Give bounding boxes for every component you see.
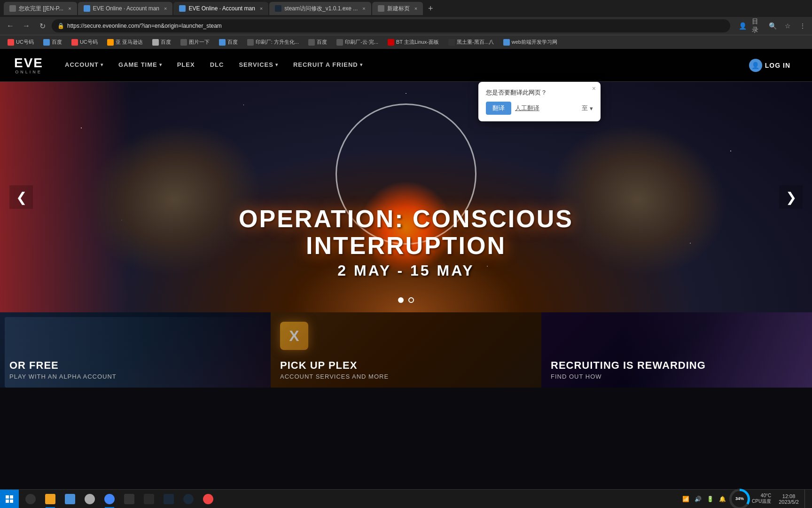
bookmark-icon[interactable]: ☆ bbox=[782, 20, 793, 32]
svg-rect-3 bbox=[10, 500, 13, 503]
tab-2-close[interactable]: × bbox=[164, 6, 167, 11]
bookmark-1[interactable]: UC号码 bbox=[4, 38, 38, 47]
tab-4[interactable]: steam访问修改_v1.0.1.exe ... × bbox=[269, 2, 371, 15]
bookmark-10[interactable]: 印刷厂-云·完... bbox=[333, 38, 382, 47]
login-label: LOG IN bbox=[765, 62, 790, 69]
translate-lang-button[interactable]: 至 ▾ bbox=[582, 104, 593, 112]
eve-navbar: EVE ONLINE ACCOUNT ▾ GAME TIME ▾ PLEX DL… bbox=[0, 49, 812, 82]
bookmark-9[interactable]: 百度 bbox=[304, 38, 331, 47]
slider-nav bbox=[398, 297, 414, 303]
tray-network-icon[interactable]: 📶 bbox=[680, 494, 691, 504]
tab-3-close[interactable]: × bbox=[260, 6, 263, 11]
taskbar-settings-icon[interactable] bbox=[80, 490, 100, 508]
tab-4-close[interactable]: × bbox=[362, 6, 365, 11]
taskbar-game2-icon[interactable] bbox=[139, 490, 159, 508]
tray-battery-icon[interactable]: 🔋 bbox=[705, 494, 715, 504]
bookmark-8[interactable]: 印刷厂: 方升生化... bbox=[243, 38, 303, 47]
tab-3[interactable]: EVE Online · Account man × bbox=[173, 2, 268, 15]
bm-icon-8 bbox=[247, 39, 254, 46]
taskbar-mail-icon[interactable] bbox=[60, 490, 80, 508]
taskbar-search-icon[interactable] bbox=[21, 490, 40, 508]
nav-item-recruit[interactable]: RECRUIT A FRIEND ▾ bbox=[286, 49, 370, 82]
start-button[interactable] bbox=[0, 490, 19, 508]
show-desktop-button[interactable] bbox=[804, 490, 808, 508]
tab-2[interactable]: EVE Online · Account man × bbox=[78, 2, 173, 15]
tab-5-close[interactable]: × bbox=[414, 6, 417, 11]
tab-3-title: EVE Online · Account man bbox=[188, 5, 255, 12]
translate-lang-arrow: ▾ bbox=[590, 105, 593, 112]
temp-value: 40°C bbox=[761, 493, 771, 498]
svg-rect-1 bbox=[10, 495, 13, 499]
taskbar-antivirus-icon[interactable] bbox=[198, 490, 218, 508]
manual-translate-link[interactable]: 人工翻译 bbox=[515, 104, 539, 112]
new-tab-button[interactable]: + bbox=[424, 2, 437, 15]
slider-dot-1[interactable] bbox=[398, 297, 404, 303]
refresh-button[interactable]: ↻ bbox=[36, 19, 49, 32]
nav-arrow-account: ▾ bbox=[101, 62, 103, 67]
nav-label-account: ACCOUNT bbox=[65, 61, 99, 68]
bookmark-11[interactable]: BT 主流Linux-面板 bbox=[384, 38, 443, 47]
card-plex[interactable]: X PICK UP PLEX ACCOUNT SERVICES AND MORE bbox=[271, 312, 541, 388]
tab-1-close[interactable]: × bbox=[68, 6, 71, 11]
slider-next-button[interactable]: ❯ bbox=[779, 185, 803, 209]
browser-right-icons: 👤 目录 🔍 ☆ ⋮ bbox=[737, 20, 808, 32]
bookmark-7[interactable]: 百度 bbox=[215, 38, 242, 47]
nav-item-dlc[interactable]: DLC bbox=[203, 49, 232, 82]
login-button[interactable]: 👤 LOG IN bbox=[742, 55, 798, 76]
profile-label[interactable]: 目录 bbox=[752, 20, 763, 32]
browser-controls: ← → ↻ 🔒 https://secure.eveonline.com/?ia… bbox=[0, 17, 812, 35]
bookmark-13[interactable]: web前端开发学习网 bbox=[500, 38, 561, 47]
eve-logo-text: EVE bbox=[14, 56, 43, 70]
nav-item-account[interactable]: ACCOUNT ▾ bbox=[57, 49, 111, 82]
tray-volume-icon[interactable]: 🔊 bbox=[693, 494, 703, 504]
card2-content: PICK UP PLEX ACCOUNT SERVICES AND MORE bbox=[280, 359, 532, 380]
cpu-indicator: 34% bbox=[729, 490, 750, 508]
taskbar-game1-icon[interactable] bbox=[119, 490, 139, 508]
search-button[interactable]: 🔍 bbox=[767, 20, 778, 32]
nav-right: 👤 LOG IN bbox=[742, 55, 798, 76]
bookmark-2[interactable]: 百度 bbox=[39, 38, 66, 47]
tray-notification-icon[interactable]: 🔔 bbox=[717, 494, 727, 504]
nav-label-services: SERVICES bbox=[239, 61, 273, 68]
bookmark-12[interactable]: 黑土重-黑百...八 bbox=[445, 38, 498, 47]
cpu-inner: 34% bbox=[732, 491, 748, 507]
tab-1[interactable]: 您欢完里 [[EN-P... × bbox=[4, 2, 77, 15]
card2-subtitle: ACCOUNT SERVICES AND MORE bbox=[280, 373, 532, 380]
eve-website: × 您是否要翻译此网页？ 翻译 人工翻译 至 ▾ EVE ONLINE ACCO… bbox=[0, 49, 812, 489]
bookmark-3[interactable]: UC号码 bbox=[68, 38, 102, 47]
profile-icon[interactable]: 👤 bbox=[737, 20, 748, 32]
translate-popup-btns: 翻译 人工翻译 至 ▾ bbox=[486, 102, 593, 115]
tab-5[interactable]: 新建标页 × bbox=[372, 2, 423, 15]
cpu-percent: 34% bbox=[735, 496, 744, 501]
taskbar-clock[interactable]: 12:08 2023/5/2 bbox=[775, 493, 803, 505]
slider-prev-button[interactable]: ❮ bbox=[9, 185, 33, 209]
taskbar-game3-icon[interactable] bbox=[159, 490, 179, 508]
nav-label-plex: PLEX bbox=[177, 61, 195, 68]
taskbar-steam-icon[interactable] bbox=[179, 490, 198, 508]
card-free[interactable]: OR FREE PLAY WITH AN ALPHA ACCOUNT bbox=[0, 312, 271, 388]
bookmark-6[interactable]: 图片一下 bbox=[177, 38, 213, 47]
forward-button[interactable]: → bbox=[20, 19, 33, 32]
nav-item-plex[interactable]: PLEX bbox=[170, 49, 203, 82]
back-button[interactable]: ← bbox=[4, 19, 17, 32]
tab-2-favicon bbox=[84, 5, 90, 12]
tab-2-title: EVE Online · Account man bbox=[93, 5, 159, 12]
address-bar[interactable]: 🔒 https://secure.eveonline.com/?ian=en&o… bbox=[52, 19, 730, 32]
taskbar-browser-icon[interactable] bbox=[100, 490, 119, 508]
nav-item-services[interactable]: SERVICES ▾ bbox=[231, 49, 286, 82]
login-icon: 👤 bbox=[749, 59, 762, 72]
taskbar-file-explorer-icon[interactable] bbox=[40, 490, 60, 508]
nav-arrow-recruit: ▾ bbox=[360, 62, 363, 67]
taskbar-icons bbox=[19, 490, 677, 508]
eve-logo[interactable]: EVE ONLINE bbox=[14, 56, 43, 74]
translate-popup-text: 您是否要翻译此网页？ bbox=[486, 88, 593, 97]
translate-button[interactable]: 翻译 bbox=[486, 102, 511, 115]
menu-icon[interactable]: ⋮ bbox=[797, 20, 808, 32]
nav-item-gametime[interactable]: GAME TIME ▾ bbox=[111, 49, 170, 82]
bm-icon-2 bbox=[43, 39, 50, 46]
bookmark-5[interactable]: 百度 bbox=[148, 38, 175, 47]
bookmark-4[interactable]: 亚 亚马逊达 bbox=[103, 38, 147, 47]
slider-dot-2[interactable] bbox=[408, 297, 414, 303]
translate-popup-close[interactable]: × bbox=[592, 85, 596, 92]
card-recruit[interactable]: RECRUITING IS REWARDING FIND OUT HOW bbox=[541, 312, 812, 388]
